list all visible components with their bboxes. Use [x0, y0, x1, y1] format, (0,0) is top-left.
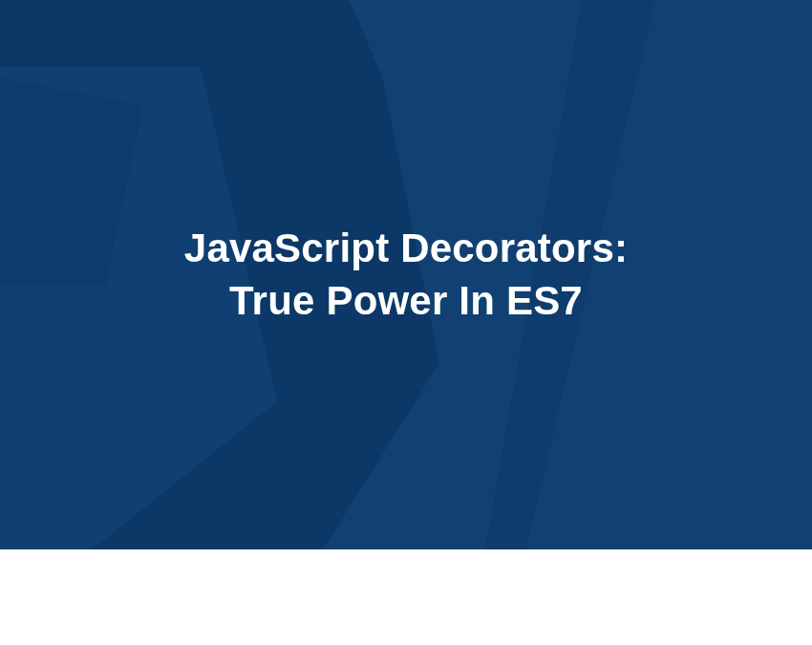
- bottom-whitespace: [0, 549, 812, 645]
- title-line-2: True Power In ES7: [229, 278, 583, 323]
- hero-banner: JavaScript Decorators: True Power In ES7: [0, 0, 812, 549]
- title-line-1: JavaScript Decorators:: [184, 226, 628, 270]
- page-title: JavaScript Decorators: True Power In ES7: [146, 223, 666, 327]
- svg-marker-3: [0, 67, 143, 287]
